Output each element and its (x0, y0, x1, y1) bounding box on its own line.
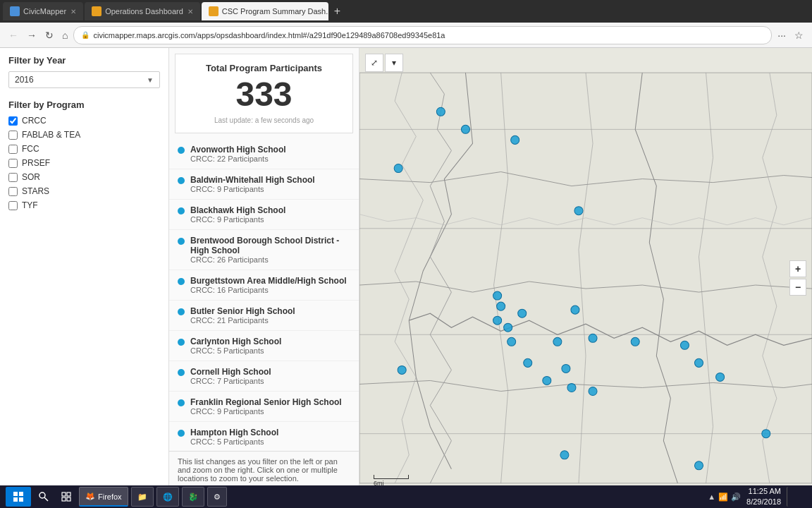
school-list-item[interactable]: Brentwood Borough School District - High… (169, 230, 359, 270)
map-dot[interactable] (493, 291, 502, 300)
checkbox-input-prsef[interactable] (8, 159, 18, 168)
school-list-container: Avonworth High SchoolCRCC: 22 Participan… (169, 139, 359, 508)
school-list-item[interactable]: Avonworth High SchoolCRCC: 22 Participan… (169, 139, 359, 169)
program-label-crcc: CRCC (22, 116, 47, 126)
school-list-item[interactable]: Blackhawk High SchoolCRCC: 9 Participant… (169, 200, 359, 230)
map-dot[interactable] (589, 334, 597, 342)
map-settings-button[interactable]: ▾ (385, 54, 403, 72)
map-dot[interactable] (716, 373, 725, 381)
firefox-icon: 🦊 (85, 492, 95, 501)
program-checkbox-sor[interactable]: SOR (8, 172, 160, 182)
map-dot[interactable] (398, 365, 406, 374)
checkbox-input-crcc[interactable] (8, 116, 18, 126)
nav-bar: ← → ↻ ⌂ 🔒 civicmapper.maps.arcgis.com/ap… (0, 23, 812, 48)
school-name: Franklin Regional Senior High School (190, 397, 342, 407)
tab-civicmapper[interactable]: CivicMapper ✕ (3, 2, 83, 20)
map-dot[interactable] (511, 135, 519, 144)
tab-close-operations[interactable]: ✕ (187, 8, 193, 16)
school-name: Hampton High School (190, 428, 278, 437)
checkbox-input-stars[interactable] (8, 187, 18, 196)
back-button[interactable]: ← (6, 28, 21, 42)
program-checkbox-fcc[interactable]: FCC (8, 144, 160, 154)
map-dot[interactable] (694, 358, 703, 367)
school-list: Avonworth High SchoolCRCC: 22 Participan… (169, 139, 359, 451)
svg-point-5 (39, 492, 45, 498)
forward-button[interactable]: → (24, 28, 39, 42)
search-taskbar-button[interactable] (34, 487, 54, 507)
taskbar-app2[interactable]: 🐉 (182, 487, 204, 507)
map-dot[interactable] (762, 430, 770, 438)
school-name: Cornell High School (190, 367, 271, 377)
school-participants: CRCC: 5 Participants (190, 346, 281, 355)
program-checkbox-stars[interactable]: STARS (8, 186, 160, 196)
program-label-prsef: PRSEF (22, 158, 50, 168)
taskbar-files[interactable]: 📁 (131, 487, 154, 507)
school-list-item[interactable]: Hampton High SchoolCRCC: 5 Participants (169, 422, 359, 451)
bookmark-button[interactable]: ☆ (792, 28, 806, 42)
map-dot[interactable] (504, 323, 512, 332)
clock[interactable]: 11:25 AM 8/29/2018 (746, 486, 781, 508)
svg-line-6 (44, 497, 48, 501)
school-list-item[interactable]: Burgettstown Area Middle/High SchoolCRCC… (169, 270, 359, 301)
map-area[interactable]: ⤢ ▾ + − 6mi (359, 48, 812, 508)
map-dot[interactable] (571, 306, 579, 314)
map-dot[interactable] (574, 207, 583, 215)
map-dot[interactable] (524, 358, 532, 367)
taskbar-app3[interactable]: ⚙ (207, 487, 227, 507)
tab-bar: CivicMapper ✕ Operations Dashboard ✕ CSC… (0, 0, 812, 23)
program-label-fablab: FABLAB & TEA (22, 130, 80, 140)
school-list-item[interactable]: Baldwin-Whitehall High SchoolCRCC: 9 Par… (169, 169, 359, 200)
map-dot[interactable] (560, 451, 569, 459)
program-checkbox-prsef[interactable]: PRSEF (8, 158, 160, 168)
school-list-item[interactable]: Butler Senior High SchoolCRCC: 21 Partic… (169, 301, 359, 331)
map-dot[interactable] (631, 337, 639, 346)
map-expand-button[interactable]: ⤢ (365, 54, 383, 72)
refresh-button[interactable]: ↻ (42, 28, 56, 42)
tab-close-civicmapper[interactable]: ✕ (70, 8, 76, 16)
program-checkbox-tyf[interactable]: TYF (8, 200, 160, 210)
school-list-item[interactable]: Franklin Regional Senior High SchoolCRCC… (169, 392, 359, 422)
map-dot[interactable] (680, 341, 689, 349)
map-dot[interactable] (436, 107, 445, 116)
zoom-out-button[interactable]: − (789, 279, 806, 296)
taskbar-firefox[interactable]: 🦊 Firefox (79, 487, 128, 507)
map-dot[interactable] (553, 337, 562, 346)
tab-csc[interactable]: CSC Program Summary Dash... ✕ (202, 2, 328, 20)
program-checkbox-fablab[interactable]: FABLAB & TEA (8, 130, 160, 140)
checkbox-input-fablab[interactable] (8, 131, 18, 140)
total-participants-card: Total Program Participants 333 Last upda… (175, 54, 353, 133)
home-button[interactable]: ⌂ (59, 28, 70, 42)
start-button[interactable] (6, 487, 31, 507)
checkbox-input-tyf[interactable] (8, 201, 18, 210)
school-info: Hampton High SchoolCRCC: 5 Participants (190, 428, 278, 446)
year-dropdown[interactable]: 2016 ▼ (8, 71, 160, 88)
tab-operations[interactable]: Operations Dashboard ✕ (85, 2, 200, 20)
task-view-button[interactable] (56, 487, 76, 507)
map-toolbar: ⤢ ▾ (365, 54, 403, 72)
map-dot[interactable] (694, 461, 703, 470)
checkbox-input-fcc[interactable] (8, 145, 18, 154)
tray-up-icon[interactable]: ▲ (708, 492, 715, 501)
map-dot[interactable] (508, 337, 516, 346)
school-name: Carlynton High School (190, 337, 281, 346)
map-dot[interactable] (543, 376, 551, 385)
show-desktop-button[interactable] (787, 487, 806, 507)
map-dot[interactable] (497, 302, 505, 310)
zoom-in-button[interactable]: + (789, 260, 806, 277)
address-bar[interactable]: 🔒 civicmapper.maps.arcgis.com/apps/opsda… (73, 26, 772, 44)
taskbar: 🦊 Firefox 📁 🌐 🐉 ⚙ ▲ 📶 🔊 11:25 AM 8/29/20… (0, 485, 812, 508)
program-checkbox-crcc[interactable]: CRCC (8, 116, 160, 126)
taskbar-app1[interactable]: 🌐 (156, 487, 179, 507)
map-dot[interactable] (394, 164, 402, 172)
map-dot[interactable] (518, 309, 527, 318)
map-dot[interactable] (461, 125, 469, 133)
school-list-item[interactable]: Carlynton High SchoolCRCC: 5 Participant… (169, 331, 359, 361)
map-dot[interactable] (567, 383, 576, 392)
new-tab-button[interactable]: + (330, 5, 345, 18)
more-button[interactable]: ··· (775, 28, 789, 42)
school-list-item[interactable]: Cornell High SchoolCRCC: 7 Participants (169, 361, 359, 392)
map-dot[interactable] (493, 316, 502, 325)
checkbox-input-sor[interactable] (8, 173, 18, 182)
map-dot[interactable] (562, 364, 570, 373)
map-dot[interactable] (589, 387, 597, 395)
